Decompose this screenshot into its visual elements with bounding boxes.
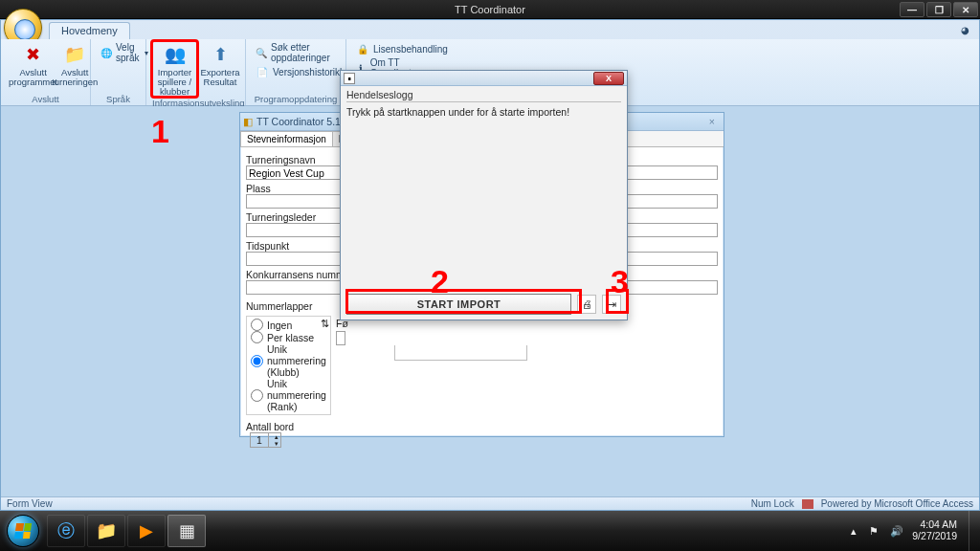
- search-icon: 🔍: [256, 46, 267, 59]
- antall-bord-spinner[interactable]: 1 ▴▾: [250, 432, 281, 448]
- lock-icon: 🔒: [356, 42, 369, 55]
- close-app-label: Avslutt programmet: [9, 68, 57, 87]
- check-updates-label: Søk etter oppdateringer: [271, 42, 336, 63]
- ribbon-tab-label: Hovedmeny: [61, 25, 118, 36]
- tray-date: 9/27/2019: [912, 531, 957, 542]
- ribbon-group-avslutt: ✖ Avslutt programmet 📁 Avslutt turnering…: [1, 39, 91, 105]
- export-results-label: Exportera Resultat: [200, 68, 239, 87]
- globe-icon: 🌐: [100, 46, 112, 59]
- radio-ingen[interactable]: Ingen: [251, 319, 326, 331]
- ribbon-group-import: 👥 Importer spillere / klubber ⬆ Exporter…: [146, 39, 246, 105]
- radio-label: Ingen: [267, 320, 292, 331]
- access-icon: [802, 499, 813, 509]
- taskbar-app[interactable]: ▦: [167, 515, 206, 547]
- statusbar-powered: Powered by Microsoft Office Access: [821, 498, 973, 509]
- license-manage-label: Lisensbehandling: [373, 44, 448, 55]
- close-x-icon: ✖: [22, 43, 45, 66]
- statusbar-numlock: Num Lock: [751, 498, 794, 509]
- ribbon-tab-hovedmeny[interactable]: Hovedmeny: [49, 22, 130, 39]
- start-import-label: START IMPORT: [417, 298, 501, 310]
- window-maximize-button[interactable]: ❐: [926, 2, 951, 17]
- tray-clock[interactable]: 4:04 AM 9/27/2019: [912, 519, 959, 541]
- window-close-button[interactable]: ✕: [953, 2, 978, 17]
- version-history-label: Versjonshistorikk: [273, 67, 345, 77]
- antall-bord-label: Antall bord: [246, 421, 294, 432]
- tab-label: Stevneinformasjon: [247, 134, 326, 144]
- version-history-button[interactable]: 📄 Versjonshistorikk: [252, 64, 348, 79]
- dialog-icon: ∎: [344, 73, 355, 84]
- pin-button[interactable]: ×: [703, 116, 721, 127]
- folder-icon: 📁: [63, 43, 86, 66]
- taskbar-explorer[interactable]: 📁: [87, 515, 125, 547]
- group-label: Språk: [97, 93, 140, 105]
- ribbon-help-button[interactable]: ◕: [958, 25, 971, 38]
- start-button[interactable]: [0, 511, 46, 551]
- window-icon: ◧: [243, 116, 253, 127]
- import-players-clubs-button[interactable]: 👥 Importer spillere / klubber: [152, 41, 197, 97]
- choose-language-label: Velg språk: [116, 42, 141, 63]
- radio-label: Unik nummerering (Klubb): [267, 343, 326, 378]
- document-icon: 📄: [256, 65, 269, 78]
- annotation-2: 2: [431, 265, 449, 298]
- check-updates-button[interactable]: 🔍 Søk etter oppdateringer: [252, 41, 340, 64]
- window-title: TT Coordinator: [455, 4, 525, 15]
- taskbar-ie[interactable]: ⓔ: [47, 515, 85, 547]
- nummerlapper-radio-group: Ingen Per klasse Unik nummerering (Klubb…: [246, 316, 331, 415]
- taskbar-media[interactable]: ▶: [127, 515, 166, 547]
- access-statusbar: Form View Num Lock Powered by Microsoft …: [1, 496, 979, 510]
- spinner-buttons-icon[interactable]: ▴▾: [268, 433, 280, 447]
- fo-input[interactable]: [336, 331, 345, 345]
- exit-icon: ⇥: [608, 298, 616, 311]
- radio-per-klasse[interactable]: Per klasse: [251, 331, 326, 343]
- upload-icon: ⬆: [209, 43, 232, 66]
- printer-icon: 🖨: [582, 298, 592, 310]
- annotation-3: 3: [611, 265, 629, 298]
- import-players-label: Importer spillere / klubber: [154, 68, 195, 97]
- dialog-titlebar[interactable]: ∎ X: [341, 71, 627, 86]
- annotation-1: 1: [151, 115, 169, 147]
- print-button[interactable]: 🖨: [577, 295, 596, 314]
- divider: [346, 101, 621, 102]
- import-dialog: ∎ X Hendelseslogg Trykk på startknappen …: [340, 70, 628, 320]
- media-icon: ▶: [140, 520, 153, 541]
- radio-label: Per klasse: [267, 332, 314, 343]
- people-icon: 👥: [164, 43, 187, 66]
- partial-covered-input[interactable]: [394, 345, 527, 361]
- group-label: Avslutt: [7, 93, 84, 105]
- export-results-button[interactable]: ⬆ Exportera Resultat: [201, 41, 239, 87]
- show-desktop-button[interactable]: [969, 511, 978, 551]
- choose-language-button[interactable]: 🌐 Velg språk ▾: [97, 41, 152, 64]
- ribbon-group-sprak: 🌐 Velg språk ▾ Språk: [91, 39, 146, 105]
- ribbon-group-update: 🔍 Søk etter oppdateringer 📄 Versjonshist…: [246, 39, 346, 105]
- windows-taskbar: ⓔ 📁 ▶ ▦ ▴ ⚑ 🔊 4:04 AM 9/27/2019: [0, 511, 980, 551]
- tab-stevneinformasjon[interactable]: Stevneinformasjon: [240, 131, 333, 146]
- sort-icon[interactable]: ⇅: [321, 318, 329, 330]
- antall-bord-value: 1: [251, 434, 268, 446]
- dialog-message: Trykk på startknappen under for å starte…: [346, 106, 621, 290]
- radio-unik-rank[interactable]: Unik nummerering (Rank): [251, 378, 326, 412]
- ie-icon: ⓔ: [57, 519, 75, 542]
- os-window-titlebar: TT Coordinator — ❐ ✕: [0, 0, 980, 19]
- license-manage-button[interactable]: 🔒 Lisensbehandling: [352, 41, 452, 56]
- folder-icon: 📁: [96, 520, 117, 541]
- tray-volume-icon[interactable]: 🔊: [887, 525, 906, 538]
- close-tournament-button[interactable]: 📁 Avslutt turneringen: [54, 41, 96, 87]
- tray-overflow[interactable]: ▴: [847, 525, 860, 538]
- radio-unik-klubb[interactable]: Unik nummerering (Klubb): [251, 343, 326, 378]
- radio-label: Unik nummerering (Rank): [267, 378, 326, 412]
- tray-flag-icon[interactable]: ⚑: [866, 525, 881, 538]
- app-window-icon: ▦: [179, 520, 195, 541]
- group-label: Programoppdatering: [252, 93, 340, 105]
- hendelseslogg-label: Hendelseslogg: [346, 89, 621, 100]
- dialog-close-button[interactable]: X: [593, 72, 624, 85]
- statusbar-view: Form View: [7, 498, 53, 509]
- window-minimize-button[interactable]: —: [900, 2, 924, 17]
- start-import-button[interactable]: START IMPORT: [346, 294, 571, 315]
